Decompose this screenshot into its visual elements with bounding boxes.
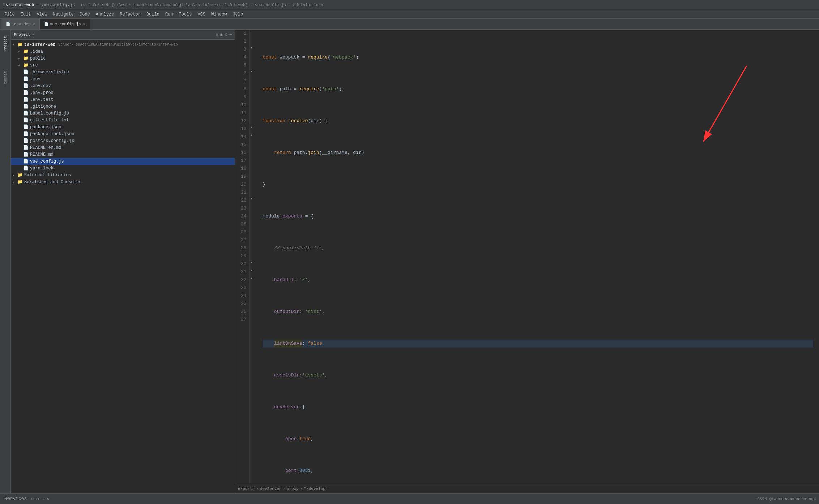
tree-scratches[interactable]: ▸ 📁 Scratches and Consoles [11, 178, 235, 185]
project-dropdown-icon[interactable]: ▾ [32, 32, 34, 37]
tree-src[interactable]: ▸ 📁 src [11, 62, 235, 69]
root-name: ts-infer-web [24, 42, 55, 47]
tree-env[interactable]: ▸ 📄 .env [11, 76, 235, 82]
fold-31[interactable]: ▾ [251, 268, 253, 272]
src-name: src [30, 63, 38, 68]
statusbar-icon-2[interactable]: ⊟ [37, 496, 39, 501]
public-icon: 📁 [23, 56, 29, 61]
code-line-2: const path = require('path'); [263, 85, 813, 93]
tree-env-test[interactable]: ▸ 📄 .env.test [11, 96, 235, 103]
code-editor: 12345 678910 1112131415 1617181920 21222… [235, 30, 819, 493]
menu-tools[interactable]: Tools [176, 11, 195, 18]
tree-gittestfile[interactable]: ▸ 📄 gittestfile.txt [11, 117, 235, 124]
tree-package[interactable]: ▸ 📄 package.json [11, 124, 235, 130]
statusbar-icon-3[interactable]: ⊞ [42, 496, 44, 501]
env-dev-file-icon: 📄 [23, 83, 29, 89]
readme-name: README.md [30, 152, 54, 157]
sidebar-icon-project[interactable]: Project [1, 31, 10, 56]
env-dev-icon: 📄 [6, 22, 10, 26]
code-line-13: open:true, [263, 435, 813, 443]
tree-env-dev[interactable]: ▸ 📄 .env.dev [11, 82, 235, 89]
menu-edit[interactable]: Edit [18, 11, 34, 18]
fold-3[interactable]: ▾ [251, 46, 253, 50]
babel-name: babel.config.js [30, 111, 69, 116]
code-content[interactable]: const webpack = require('webpack') const… [257, 30, 819, 484]
menu-analyze[interactable]: Analyze [93, 11, 117, 18]
tab-env-dev[interactable]: 📄 .env.dev ✕ [1, 19, 40, 29]
tree-env-prod[interactable]: ▸ 📄 .env.prod [11, 89, 235, 96]
fold-15[interactable]: ▾ [251, 125, 253, 129]
breadcrumb: exports › devServer › proxy › "/develop" [235, 484, 819, 493]
menu-view[interactable]: View [34, 11, 50, 18]
tree-idea[interactable]: ▸ 📁 .idea [11, 48, 235, 55]
settings-icon[interactable]: ⚙ [216, 32, 218, 37]
menu-run[interactable]: Run [162, 11, 176, 18]
menu-help[interactable]: Help [230, 11, 246, 18]
bc-exports: exports [238, 487, 255, 491]
menu-window[interactable]: Window [208, 11, 230, 18]
yarn-name: yarn.lock [30, 166, 54, 171]
bc-develop: "/develop" [304, 487, 328, 491]
line-numbers: 12345 678910 1112131415 1617181920 21222… [235, 30, 250, 484]
menu-vcs[interactable]: VCS [195, 11, 209, 18]
idea-icon: 📁 [23, 49, 29, 54]
menu-code[interactable]: Code [77, 11, 93, 18]
env-dev-name: .env.dev [30, 83, 51, 89]
external-libs-arrow: ▸ [12, 173, 17, 177]
browserslistrc-icon: 📄 [23, 69, 29, 75]
env-test-icon: 📄 [23, 97, 29, 102]
tab-vue-config[interactable]: 📄 vue.config.js ✕ [40, 19, 90, 29]
scratches-name: Scratches and Consoles [24, 180, 81, 185]
code-area[interactable]: 12345 678910 1112131415 1617181920 21222… [235, 30, 819, 484]
tree-vue-config[interactable]: ▸ 📄 vue.config.js [11, 158, 235, 165]
fold-24[interactable]: ▾ [251, 197, 253, 201]
tree-public[interactable]: ▸ 📁 public [11, 55, 235, 62]
tree-readme[interactable]: ▸ 📄 README.md [11, 151, 235, 158]
tree-root[interactable]: ▾ 📁 ts-infer-web E:\work space\IDEA\tian… [11, 41, 235, 48]
tree-gitignore[interactable]: ▸ 📄 .gitignore [11, 103, 235, 110]
fold-30[interactable]: ▾ [251, 260, 253, 264]
statusbar-icon-1[interactable]: ⊟ [31, 496, 34, 501]
active-file: vue.config.js [41, 3, 75, 8]
tree-browserslistrc[interactable]: ▸ 📄 .browserslistrc [11, 69, 235, 76]
minimize-icon[interactable]: — [229, 32, 232, 37]
project-header-icons: ⚙ ⊞ ⚙ — [216, 32, 232, 37]
public-arrow: ▸ [18, 56, 23, 61]
tree-package-lock[interactable]: ▸ 📄 package-lock.json [11, 130, 235, 137]
tree-readme-en[interactable]: ▸ 📄 README.en.md [11, 144, 235, 151]
code-line-1: const webpack = require('webpack') [263, 53, 813, 61]
idea-arrow: ▸ [18, 49, 23, 54]
gittestfile-icon: 📄 [23, 117, 29, 123]
main-area: Project Commit Project ▾ ⚙ ⊞ ⚙ — ▾ 📁 ts-… [0, 30, 819, 493]
tab-vue-config-label: vue.config.js [50, 22, 81, 26]
project-header: Project ▾ ⚙ ⊞ ⚙ — [11, 30, 235, 40]
project-label: Project [14, 33, 30, 37]
sidebar-icon-commit[interactable]: Commit [1, 65, 10, 90]
menu-refactor[interactable]: Refactor [117, 11, 144, 18]
fold-6[interactable]: ▾ [251, 69, 253, 74]
filter-icon[interactable]: ⊞ [220, 32, 223, 37]
tab-env-dev-close[interactable]: ✕ [33, 22, 35, 26]
statusbar-icon-4[interactable]: ⊕ [47, 496, 50, 501]
code-line-6: module.exports = { [263, 212, 813, 220]
tree-postcss[interactable]: ▸ 📄 postcss.config.js [11, 137, 235, 144]
file-tabs-bar: 📄 .env.dev ✕ 📄 vue.config.js ✕ [0, 19, 819, 30]
gear-icon[interactable]: ⚙ [225, 32, 227, 37]
statusbar: Services ⊟ ⊟ ⊞ ⊕ CSDN @Lanceeeeeeeeeeeee… [0, 493, 819, 504]
menu-build[interactable]: Build [144, 11, 162, 18]
bc-proxy: proxy [287, 487, 299, 491]
package-icon: 📄 [23, 124, 29, 130]
tree-yarn[interactable]: ▸ 📄 yarn.lock [11, 165, 235, 172]
menu-file[interactable]: File [1, 11, 18, 18]
menu-navigate[interactable]: Navigate [50, 11, 77, 18]
tree-external-libs[interactable]: ▸ 📁 External Libraries [11, 172, 235, 178]
src-icon: 📁 [23, 63, 29, 68]
scratches-arrow: ▸ [12, 180, 17, 184]
fold-16[interactable]: ▾ [251, 133, 253, 137]
root-path: E:\work space\IDEA\tianshu\gitlab\ts-inf… [58, 43, 178, 47]
sidebar-icons: Project Commit [0, 30, 11, 493]
fold-32[interactable]: ▾ [251, 276, 253, 280]
tab-vue-config-close[interactable]: ✕ [83, 22, 85, 26]
tree-babel[interactable]: ▸ 📄 babel.config.js [11, 110, 235, 117]
tab-env-dev-label: .env.dev [12, 22, 31, 26]
